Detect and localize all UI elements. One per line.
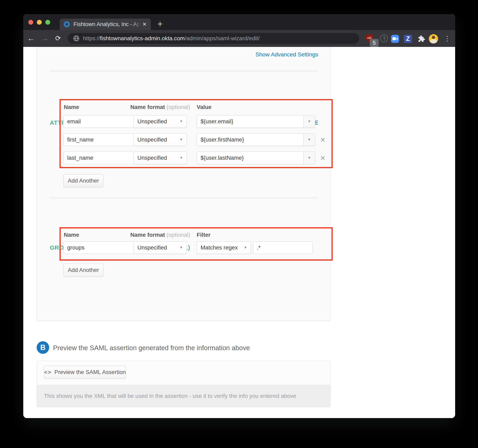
saml-settings-panel: Show Advanced Settings ATTRIBUTE STATEME… [37,47,330,321]
show-advanced-settings-link[interactable]: Show Advanced Settings [255,51,318,58]
preview-assertion-panel: <> Preview the SAML Assertion This shows… [37,361,330,407]
close-window-button[interactable] [28,20,33,25]
chevron-down-icon: ▼ [180,156,183,160]
profile-avatar[interactable] [429,34,438,43]
z-extension-icon[interactable]: Z [404,35,412,43]
group-filter-type-select[interactable]: Matches regex▼ [197,241,251,254]
zoom-extension-icon[interactable] [391,35,399,43]
ublock-badge: 5 [370,39,379,47]
chrome-menu-icon[interactable]: ⋮ [444,34,450,43]
tab-title: Fishtown Analytics, Inc - Applic [74,21,140,27]
zoom-window-button[interactable] [45,20,50,25]
group-name-input[interactable] [63,241,134,254]
chevron-down-icon: ▼ [180,138,183,142]
attr-col-name: Name [64,104,79,110]
new-tab-button[interactable]: + [154,18,166,30]
value-dropdown-button[interactable]: ▼ [303,152,315,164]
remove-row-icon[interactable]: ✕ [319,136,327,144]
chevron-down-icon: ▼ [244,246,247,250]
forward-icon[interactable]: → [39,33,50,44]
url-path: /admin/apps/saml-wizard/edit/ [185,35,260,42]
remove-row-icon[interactable]: ✕ [319,154,327,162]
preview-saml-assertion-button[interactable]: <> Preview the SAML Assertion [44,366,126,379]
preview-note-text: This shows you the XML that will be used… [44,393,296,399]
attr-value-combo[interactable]: ${user.email} ▼ [197,115,315,128]
step-b-heading: Preview the SAML assertion generated fro… [53,344,250,352]
tab-close-icon[interactable]: ✕ [142,21,147,27]
browser-toolbar: ← → ⟳ https://fishtownanalytics-admin.ok… [23,30,455,47]
add-another-button[interactable]: Add Another [63,174,103,187]
attr-col-format: Name format (optional) [130,104,190,110]
reload-icon[interactable]: ⟳ [53,33,63,44]
browser-tab[interactable]: Fishtown Analytics, Inc - Applic ✕ [60,18,151,30]
group-col-format: Name format (optional) [130,232,190,238]
attr-name-input[interactable] [63,133,134,146]
group-format-select[interactable]: Unspecified▼ [133,241,187,254]
chevron-down-icon: ▼ [180,246,183,250]
attr-name-input[interactable] [63,115,134,128]
attr-value-combo[interactable]: ${user.firstName} ▼ [197,133,315,146]
add-another-button[interactable]: Add Another [63,264,103,276]
attr-format-select[interactable]: Unspecified▼ [133,133,187,146]
extensions-puzzle-icon[interactable] [417,35,425,43]
group-col-filter: Filter [197,232,210,238]
browser-window: Fishtown Analytics, Inc - Applic ✕ + ← →… [23,14,455,418]
globe-icon [73,35,80,42]
okta-favicon-icon [64,21,70,27]
divider [50,197,318,198]
divider [50,71,318,71]
attr-name-input[interactable] [63,152,134,164]
url-host: fishtownanalytics-admin.okta.com [100,35,185,42]
code-brackets-icon: <> [44,369,52,375]
onepassword-extension-icon[interactable] [380,34,388,43]
attr-col-value: Value [197,104,212,110]
tab-strip: Fishtown Analytics, Inc - Applic ✕ + [23,14,455,30]
value-dropdown-button[interactable]: ▼ [303,134,315,146]
attr-value-combo[interactable]: ${user.lastName} ▼ [197,152,315,164]
screenshot-stage: Fishtown Analytics, Inc - Applic ✕ + ← →… [0,0,478,448]
back-icon[interactable]: ← [26,33,36,44]
preview-note-area: This shows you the XML that will be used… [37,385,330,407]
group-filter-value-input[interactable] [253,241,313,254]
url-scheme: https:// [83,35,100,42]
address-bar[interactable]: https://fishtownanalytics-admin.okta.com… [68,33,359,44]
value-dropdown-button[interactable]: ▼ [303,116,315,128]
chevron-down-icon: ▼ [180,119,183,123]
url-text: https://fishtownanalytics-admin.okta.com… [83,35,260,42]
step-b-badge: B [37,341,49,354]
okta-saml-wizard-page: Show Advanced Settings ATTRIBUTE STATEME… [23,47,455,418]
attr-format-select[interactable]: Unspecified▼ [133,152,187,164]
group-col-name: Name [64,232,79,238]
minimize-window-button[interactable] [37,20,42,25]
attr-format-select[interactable]: Unspecified▼ [133,115,187,128]
